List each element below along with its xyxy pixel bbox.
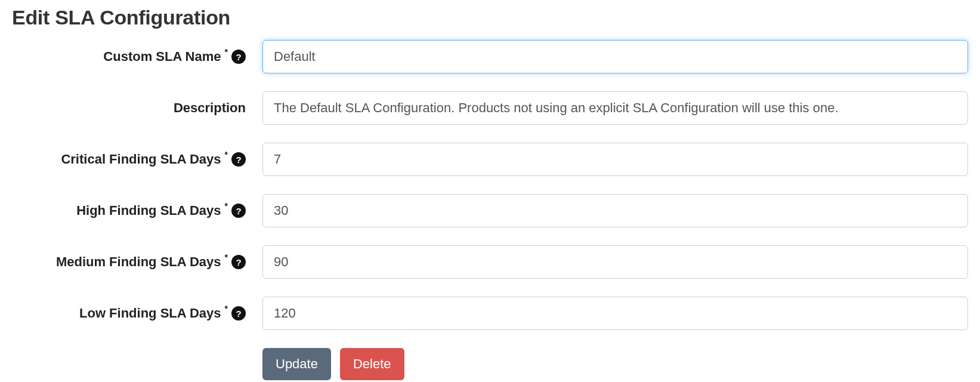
label-custom-sla-name: Custom SLA Name* ? (12, 49, 262, 64)
row-medium: Medium Finding SLA Days* ? (12, 245, 968, 279)
row-low: Low Finding SLA Days* ? (12, 297, 968, 330)
help-icon[interactable]: ? (231, 306, 246, 321)
page-title: Edit SLA Configuration (12, 6, 968, 29)
help-icon[interactable]: ? (231, 50, 246, 64)
required-marker: * (225, 150, 228, 159)
description-input[interactable] (262, 91, 968, 125)
medium-sla-input[interactable] (262, 245, 968, 279)
label-low: Low Finding SLA Days* ? (12, 306, 262, 321)
help-icon[interactable]: ? (231, 152, 246, 167)
label-text: Critical Finding SLA Days (61, 152, 221, 167)
row-critical: Critical Finding SLA Days* ? (12, 143, 968, 176)
required-marker: * (225, 201, 228, 211)
input-wrap (262, 40, 968, 73)
label-text: Custom SLA Name (103, 49, 221, 64)
label-medium: Medium Finding SLA Days* ? (12, 254, 262, 270)
input-wrap (262, 91, 968, 125)
help-icon[interactable]: ? (231, 204, 246, 218)
low-sla-input[interactable] (262, 297, 968, 330)
label-text: High Finding SLA Days (76, 203, 221, 218)
required-marker: * (225, 304, 228, 313)
label-text: Low Finding SLA Days (79, 306, 221, 321)
help-icon[interactable]: ? (231, 255, 246, 269)
high-sla-input[interactable] (262, 194, 968, 227)
input-wrap (262, 194, 968, 227)
row-custom-sla-name: Custom SLA Name* ? (12, 40, 968, 73)
custom-sla-name-input[interactable] (262, 40, 968, 73)
row-high: High Finding SLA Days* ? (12, 194, 968, 227)
label-text: Description (174, 100, 246, 116)
form-actions: Update Delete (262, 348, 968, 380)
input-wrap (262, 143, 968, 176)
required-marker: * (225, 252, 228, 262)
critical-sla-input[interactable] (262, 143, 968, 176)
update-button[interactable]: Update (262, 348, 331, 380)
row-description: Description (12, 91, 968, 125)
input-wrap (262, 245, 968, 279)
label-high: High Finding SLA Days* ? (12, 203, 262, 218)
label-critical: Critical Finding SLA Days* ? (12, 152, 262, 167)
delete-button[interactable]: Delete (340, 348, 404, 380)
required-marker: * (225, 47, 228, 57)
label-description: Description (12, 100, 262, 116)
input-wrap (262, 297, 968, 330)
label-text: Medium Finding SLA Days (56, 254, 221, 270)
